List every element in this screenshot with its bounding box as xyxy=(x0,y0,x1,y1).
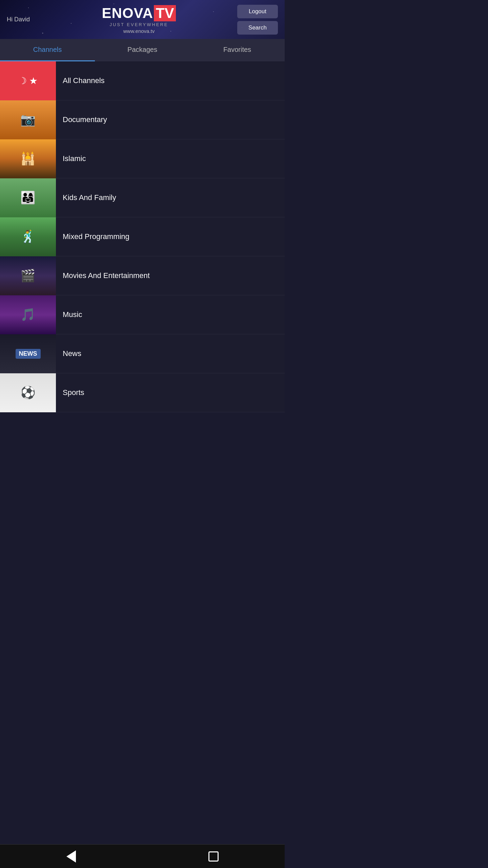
channel-thumbnail xyxy=(0,295,56,334)
logo-enova: ENOVA xyxy=(102,5,153,21)
thumbnail-image: NEWS xyxy=(0,334,56,373)
channel-name: Music xyxy=(56,310,285,319)
logo: ENOVA TV JUST EVERYWHERE www.enova.tv xyxy=(102,5,176,34)
channel-thumbnail xyxy=(0,61,56,100)
thumbnail-image xyxy=(0,217,56,256)
channel-thumbnail xyxy=(0,256,56,295)
channel-name: Documentary xyxy=(56,115,285,124)
channel-name: Mixed Programming xyxy=(56,232,285,241)
header: Hi David ENOVA TV JUST EVERYWHERE www.en… xyxy=(0,0,285,39)
list-item[interactable]: Kids And Family xyxy=(0,178,285,217)
list-item[interactable]: Sports xyxy=(0,373,285,412)
tab-bar: Channels Packages Favorites xyxy=(0,39,285,61)
logo-tv: TV xyxy=(154,5,176,21)
logo-url: www.enova.tv xyxy=(123,28,155,34)
channel-thumbnail xyxy=(0,217,56,256)
thumbnail-image xyxy=(0,178,56,217)
list-item[interactable]: Movies And Entertainment xyxy=(0,256,285,295)
channel-thumbnail xyxy=(0,178,56,217)
channel-thumbnail xyxy=(0,139,56,178)
thumbnail-image xyxy=(0,256,56,295)
list-item[interactable]: All Channels xyxy=(0,61,285,100)
channel-name: Kids And Family xyxy=(56,193,285,202)
thumbnail-image xyxy=(0,373,56,412)
thumbnail-image xyxy=(0,61,56,100)
header-buttons: Logout Search xyxy=(237,5,278,35)
channel-thumbnail: NEWS xyxy=(0,334,56,373)
logout-button[interactable]: Logout xyxy=(237,5,278,18)
channel-name: All Channels xyxy=(56,76,285,85)
news-badge: NEWS xyxy=(16,349,41,359)
thumbnail-image xyxy=(0,100,56,139)
channel-thumbnail xyxy=(0,373,56,412)
channel-thumbnail xyxy=(0,100,56,139)
thumbnail-image xyxy=(0,139,56,178)
tab-packages[interactable]: Packages xyxy=(95,39,190,61)
channel-name: Islamic xyxy=(56,154,285,163)
logo-tagline: JUST EVERYWHERE xyxy=(109,22,168,27)
list-item[interactable]: Mixed Programming xyxy=(0,217,285,256)
channel-name: Sports xyxy=(56,388,285,397)
list-item[interactable]: Islamic xyxy=(0,139,285,178)
list-item[interactable]: Music xyxy=(0,295,285,334)
logo-text: ENOVA TV xyxy=(102,5,176,21)
thumbnail-image xyxy=(0,295,56,334)
list-item[interactable]: NEWS News xyxy=(0,334,285,373)
tab-channels[interactable]: Channels xyxy=(0,39,95,61)
greeting-text: Hi David xyxy=(7,16,41,23)
list-item[interactable]: Documentary xyxy=(0,100,285,139)
tab-favorites[interactable]: Favorites xyxy=(190,39,285,61)
channel-name: Movies And Entertainment xyxy=(56,271,285,280)
channel-name: News xyxy=(56,349,285,358)
search-button[interactable]: Search xyxy=(237,21,278,35)
channel-list: All Channels Documentary Islamic Kids An… xyxy=(0,61,285,412)
